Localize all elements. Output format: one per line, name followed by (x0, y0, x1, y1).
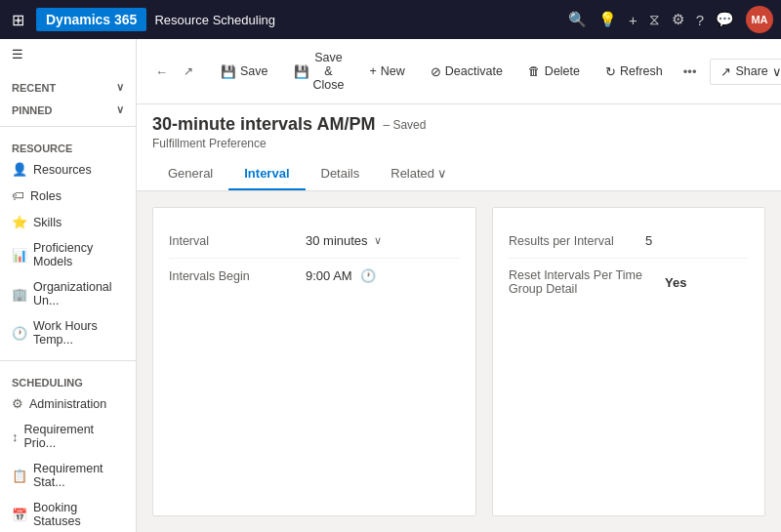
intervals-begin-value: 9:00 AM 🕐 (306, 268, 376, 283)
interval-value[interactable]: 30 minutes ∨ (306, 233, 382, 248)
results-section: Results per Interval 5 Reset Intervals P… (492, 207, 765, 516)
org-label: Organizational Un... (33, 280, 124, 307)
user-avatar[interactable]: MA (746, 6, 773, 33)
proficiency-icon: 📊 (12, 248, 27, 263)
sidebar-item-req-status[interactable]: 📋 Requirement Stat... (0, 456, 136, 495)
booking-label: Booking Statuses (33, 501, 124, 528)
share-button[interactable]: ↗ Share ∨ (710, 59, 781, 85)
main-layout: ☰ Recent ∨ Pinned ∨ Resource 👤 Resources… (0, 39, 781, 532)
tab-interval[interactable]: Interval (228, 158, 305, 190)
delete-button[interactable]: 🗑 Delete (517, 59, 591, 84)
admin-label: Administration (29, 397, 106, 411)
interval-section: Interval 30 minutes ∨ Intervals Begin 9:… (152, 207, 476, 516)
grid-icon[interactable]: ⊞ (8, 7, 28, 33)
sidebar-item-resources[interactable]: 👤 Resources (0, 156, 136, 183)
back-button[interactable]: ← (148, 60, 175, 84)
sidebar-item-roles[interactable]: 🏷 Roles (0, 183, 136, 209)
related-chevron-icon: ∨ (437, 166, 447, 181)
delete-icon: 🗑 (528, 64, 541, 78)
sidebar-recent-section: Recent ∨ Pinned ∨ (0, 69, 136, 122)
resources-label: Resources (33, 163, 92, 177)
req-status-icon: 📋 (12, 469, 27, 483)
top-navigation: ⊞ Dynamics 365 Resource Scheduling 🔍 💡 +… (0, 0, 781, 39)
scheduling-section-label: Scheduling (12, 377, 83, 389)
sidebar-recent-header[interactable]: Recent ∨ (0, 73, 136, 96)
deactivate-button[interactable]: ⊘ Deactivate (420, 59, 514, 85)
resource-section-label: Resource (12, 143, 72, 154)
resources-icon: 👤 (12, 162, 27, 177)
share-icon: ↗ (720, 64, 731, 79)
interval-dropdown[interactable]: 30 minutes ∨ (306, 233, 382, 248)
toolbar-nav: ← ↗ (148, 60, 200, 84)
tab-general[interactable]: General (152, 158, 228, 190)
work-hours-icon: 🕐 (12, 326, 27, 341)
tab-details[interactable]: Details (306, 158, 376, 190)
sidebar-pinned-header[interactable]: Pinned ∨ (0, 96, 136, 118)
form-content: Interval 30 minutes ∨ Intervals Begin 9:… (137, 191, 781, 532)
content-area: ← ↗ 💾 Save 💾 Save & Close + New ⊘ Deacti… (137, 39, 781, 532)
app-name[interactable]: Dynamics 365 (36, 8, 146, 31)
org-icon: 🏢 (12, 287, 27, 302)
recent-chevron: ∨ (116, 81, 124, 94)
add-icon[interactable]: + (629, 12, 637, 28)
help-icon[interactable]: ? (696, 12, 704, 28)
admin-icon: ⚙ (12, 396, 23, 411)
settings-icon[interactable]: ⚙ (672, 11, 684, 28)
skills-icon: ⭐ (12, 215, 27, 229)
sidebar-item-req-priority[interactable]: ↕ Requirement Prio... (0, 417, 136, 456)
record-subtitle: Fulfillment Preference (152, 137, 765, 150)
results-per-interval-value: 5 (645, 233, 652, 248)
roles-icon: 🏷 (12, 188, 24, 203)
req-priority-icon: ↕ (12, 430, 19, 444)
booking-icon: 📅 (12, 508, 27, 522)
interval-label: Interval (169, 234, 306, 248)
pinned-chevron: ∨ (116, 103, 124, 116)
module-name: Resource Scheduling (154, 13, 275, 27)
save-close-button[interactable]: 💾 Save & Close (283, 45, 355, 98)
more-button[interactable]: ••• (678, 61, 703, 83)
resource-section-header: Resource (0, 135, 136, 156)
refresh-icon: ↻ (605, 64, 616, 79)
new-icon: + (369, 64, 376, 78)
tab-related[interactable]: Related ∨ (375, 158, 463, 190)
reset-intervals-value: Yes (665, 275, 686, 290)
interval-row: Interval 30 minutes ∨ (169, 224, 460, 259)
req-priority-label: Requirement Prio... (24, 423, 125, 450)
sidebar-item-administration[interactable]: ⚙ Administration (0, 390, 136, 417)
clock-icon[interactable]: 🕐 (360, 268, 376, 283)
req-status-label: Requirement Stat... (33, 462, 124, 489)
search-icon[interactable]: 🔍 (568, 11, 587, 28)
record-tabs: General Interval Details Related ∨ (152, 158, 765, 190)
scheduling-section-header: Scheduling (0, 369, 136, 390)
work-hours-label: Work Hours Temp... (33, 319, 124, 347)
sidebar: ☰ Recent ∨ Pinned ∨ Resource 👤 Resources… (0, 39, 137, 532)
recent-label: Recent (12, 82, 56, 94)
sidebar-item-org-units[interactable]: 🏢 Organizational Un... (0, 274, 136, 313)
record-title: 30-minute intervals AM/PM – Saved (152, 114, 765, 135)
share-chevron: ∨ (772, 64, 781, 79)
chat-icon[interactable]: 💬 (716, 11, 734, 28)
results-per-interval-label: Results per Interval (509, 234, 645, 248)
sidebar-item-skills[interactable]: ⭐ Skills (0, 209, 136, 235)
skills-label: Skills (33, 216, 62, 229)
results-per-interval-row: Results per Interval 5 (509, 224, 749, 259)
intervals-begin-row: Intervals Begin 9:00 AM 🕐 (169, 259, 460, 293)
save-close-icon: 💾 (294, 64, 309, 79)
new-button[interactable]: + New (358, 59, 415, 84)
forward-button[interactable]: ↗ (177, 60, 200, 84)
deactivate-icon: ⊘ (431, 64, 441, 79)
sidebar-item-work-hours[interactable]: 🕐 Work Hours Temp... (0, 313, 136, 352)
roles-label: Roles (30, 189, 62, 203)
sidebar-item-booking-statuses[interactable]: 📅 Booking Statuses (0, 495, 136, 532)
record-header: 30-minute intervals AM/PM – Saved Fulfil… (137, 104, 781, 191)
resource-section: Resource 👤 Resources 🏷 Roles ⭐ Skills 📊 … (0, 131, 136, 356)
refresh-button[interactable]: ↻ Refresh (595, 59, 674, 85)
proficiency-label: Proficiency Models (33, 241, 124, 268)
save-button[interactable]: 💾 Save (210, 59, 279, 85)
lightbulb-icon[interactable]: 💡 (598, 11, 617, 28)
filter-icon[interactable]: ⧖ (649, 11, 660, 28)
pinned-label: Pinned (12, 104, 53, 116)
sidebar-item-proficiency[interactable]: 📊 Proficiency Models (0, 235, 136, 274)
sidebar-toggle[interactable]: ☰ (0, 39, 136, 69)
reset-intervals-row: Reset Intervals Per Time Group Detail Ye… (509, 259, 749, 306)
